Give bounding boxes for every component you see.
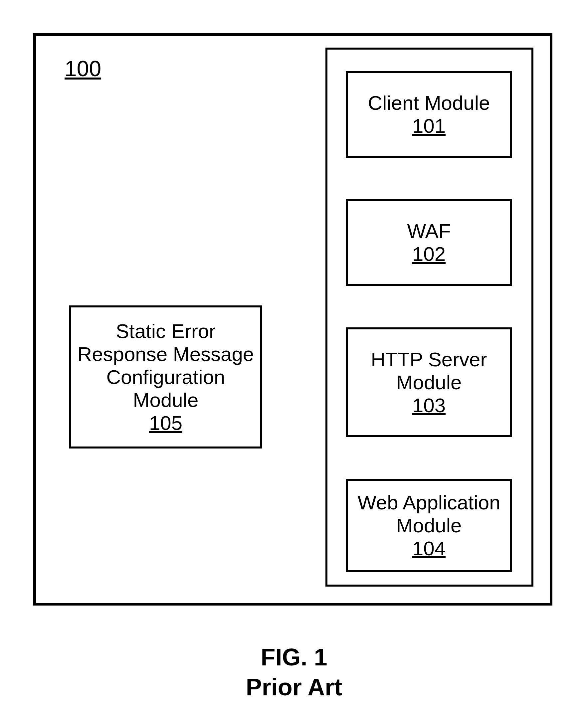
http-server-module: HTTP Server Module 103: [346, 328, 512, 437]
module-label-line: WAF: [407, 219, 450, 243]
module-label-line: Module: [133, 388, 199, 412]
waf-module: WAF 102: [346, 199, 512, 286]
module-label-line: Module: [396, 371, 462, 394]
system-box-100: 100 Static Error Response Message Config…: [33, 33, 552, 606]
reference-numeral-102: 102: [412, 243, 446, 266]
module-label-line: HTTP Server: [371, 348, 487, 371]
module-label-line: Response Message: [78, 343, 254, 366]
module-label-line: Client Module: [368, 91, 490, 114]
figure-canvas: 100 Static Error Response Message Config…: [0, 0, 588, 716]
client-module: Client Module 101: [346, 71, 512, 158]
module-label-line: Configuration: [106, 366, 225, 388]
caption-line-1: FIG. 1: [0, 642, 588, 672]
reference-numeral-104: 104: [412, 537, 446, 560]
reference-numeral-101: 101: [412, 114, 446, 138]
module-label-line: Module: [396, 514, 462, 537]
reference-numeral-105: 105: [149, 412, 182, 435]
reference-numeral-103: 103: [412, 394, 446, 417]
module-label-line: Web Application: [357, 491, 500, 514]
module-stack-column: Client Module 101 WAF 102 HTTP Server Mo…: [326, 47, 533, 587]
static-error-response-config-module: Static Error Response Message Configurat…: [69, 306, 262, 448]
module-label-line: Static Error: [116, 320, 216, 343]
web-application-module: Web Application Module 104: [346, 479, 512, 572]
reference-numeral-100: 100: [65, 56, 101, 81]
figure-caption: FIG. 1 Prior Art: [0, 642, 588, 702]
caption-line-2: Prior Art: [0, 672, 588, 702]
